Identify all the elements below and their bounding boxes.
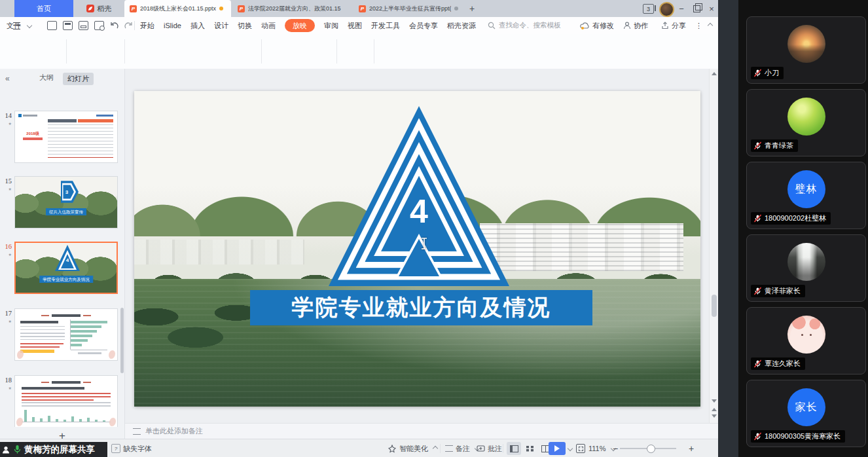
participant-tile[interactable]: 覃连久家长 [746, 307, 866, 375]
doc-tab-label: 2022上半年毕业生征兵宣传ppt(1) [369, 5, 451, 13]
missing-font-icon: ? [111, 444, 120, 453]
tab-home[interactable]: 首页 [14, 0, 73, 17]
tab-outline[interactable]: 大纲 [39, 73, 54, 82]
share-icon [661, 22, 669, 29]
mic-muted-icon [753, 287, 762, 295]
section-title-banner[interactable]: 学院专业就业方向及情况 [250, 290, 592, 325]
normal-view-button[interactable] [507, 442, 521, 455]
smart-beautify-button[interactable]: 智能美化 [388, 439, 437, 457]
panel-scrollbar-thumb[interactable] [120, 308, 124, 373]
zoom-level[interactable]: 111% [588, 439, 615, 457]
modified-label: 有修改 [592, 21, 614, 31]
zoom-out-button[interactable]: − [613, 439, 618, 457]
slide-sorter-view-button[interactable] [522, 442, 537, 455]
play-icon [554, 445, 560, 452]
sync-status[interactable]: 有修改 [580, 17, 614, 34]
missing-font-indicator[interactable]: ? 缺失字体 [111, 439, 152, 457]
divider [134, 21, 135, 30]
next-slide-icon[interactable] [712, 414, 717, 418]
section-title: 学院专业就业方向及情况 [292, 293, 551, 323]
screen-share-banner[interactable]: 黄梅芳的屏幕共享 [0, 442, 107, 457]
section-triangle-graphic[interactable]: 4 [329, 106, 509, 286]
tab-design[interactable]: 设计 [214, 21, 228, 31]
doc-tab-active[interactable]: P 2018级线上家长会01.15.pptx [124, 0, 231, 17]
current-slide[interactable]: 4 学院专业就业方向及情况 [134, 91, 700, 407]
participant-name-chip: 小刀 [751, 67, 784, 79]
canvas-scrollbar[interactable] [709, 69, 719, 423]
tab-devtools[interactable]: 开发工具 [371, 21, 400, 31]
comment-toggle[interactable]: 批注 [477, 439, 502, 457]
tab-islide[interactable]: iSlide [164, 22, 181, 29]
scroll-down-icon[interactable] [712, 399, 717, 403]
tab-transitions[interactable]: 切换 [238, 21, 252, 31]
tab-docer[interactable]: 稻壳 [75, 0, 123, 17]
inactive-dot [454, 7, 458, 10]
window-switch-badge[interactable]: 3 [643, 4, 654, 14]
fit-window-button[interactable] [576, 439, 585, 457]
share-button[interactable]: 分享 [661, 17, 686, 34]
collaborate-button[interactable]: 协作 [623, 17, 648, 34]
animation-star-icon: ★ [0, 187, 12, 191]
play-slideshow-button[interactable] [549, 442, 566, 455]
print-preview-icon[interactable] [94, 21, 104, 30]
tab-animation[interactable]: 动画 [261, 21, 276, 31]
close-button[interactable]: × [704, 0, 719, 17]
participant-name-chip: 1800900202杜璧林 [751, 212, 831, 225]
restore-button[interactable] [689, 0, 704, 17]
text-cursor-ibeam [420, 238, 428, 249]
previous-slide-icon[interactable] [712, 408, 717, 411]
avatar-initials: 家长 [787, 388, 825, 426]
doc-tab-2[interactable]: P 法学院2022届就业方向、政策01.15 [232, 0, 352, 17]
undo-icon[interactable] [110, 22, 118, 29]
tab-member[interactable]: 会员专享 [409, 21, 438, 31]
participant-tile[interactable]: 小刀 [746, 16, 866, 84]
tab-start[interactable]: 开始 [140, 21, 154, 31]
hamburger-icon [13, 22, 20, 29]
slide-thumbnail-16-selected[interactable]: 4 学院专业就业方向及情况 [14, 242, 118, 294]
divider [336, 39, 337, 64]
minimize-button[interactable]: − [674, 0, 689, 17]
avatar-initials: 璧林 [787, 170, 825, 208]
doc-tab-3[interactable]: P 2022上半年毕业生征兵宣传ppt(1) [353, 0, 463, 17]
tab-review[interactable]: 审阅 [324, 21, 338, 31]
export-icon[interactable] [63, 21, 73, 30]
participant-tile[interactable]: 青青绿茶 [746, 89, 866, 156]
notes-icon [133, 428, 141, 435]
tab-view[interactable]: 视图 [348, 21, 362, 31]
play-options-dropdown[interactable] [568, 439, 572, 457]
tab-docer-label: 稻壳 [98, 4, 112, 14]
new-tab-button[interactable]: + [466, 3, 478, 14]
save-icon[interactable] [47, 21, 57, 30]
slide-thumbnail-15[interactable]: 3 征兵入伍政策宣传 [14, 176, 118, 228]
participant-tile[interactable]: 黄泽菲家长 [746, 234, 866, 302]
slide-thumbnail-17[interactable] [14, 308, 118, 361]
slide-thumbnail-18[interactable] [14, 375, 118, 427]
scroll-up-icon[interactable] [712, 72, 717, 75]
collapse-panel-button[interactable]: « [5, 74, 10, 83]
notes-toggle[interactable]: 备注 [445, 439, 479, 457]
scrollbar-thumb[interactable] [712, 295, 717, 317]
zoom-slider-knob[interactable] [647, 445, 655, 453]
command-search[interactable]: 查找命令、搜索模板 [488, 17, 561, 34]
print-icon[interactable] [79, 21, 88, 30]
tab-insert[interactable]: 插入 [190, 21, 205, 31]
tab-slideshow-active[interactable]: 放映 [285, 19, 315, 32]
participant-tile[interactable]: 璧林 1800900202杜璧林 [746, 162, 866, 229]
slide-thumbnail-14[interactable]: 2018级 [14, 111, 118, 163]
file-menu[interactable]: 文件 [7, 17, 31, 34]
zoom-in-button[interactable]: + [689, 439, 694, 457]
tab-docer-resources[interactable]: 稻壳资源 [447, 21, 476, 31]
animation-star-icon: ★ [0, 319, 12, 323]
account-avatar[interactable] [659, 2, 674, 17]
redo-icon[interactable] [124, 22, 133, 29]
mic-on-icon [13, 445, 22, 454]
participant-tile[interactable]: 家长 1800900305黄海寒家长 [746, 380, 866, 447]
notes-bar[interactable]: 单击此处添加备注 [125, 423, 718, 439]
tab-slides[interactable]: 幻灯片 [63, 73, 94, 85]
slide-number: 15 [0, 177, 12, 185]
comment-icon [477, 445, 485, 452]
share-label: 分享 [672, 21, 686, 31]
collapse-ribbon-icon[interactable] [706, 17, 712, 34]
more-menu-icon[interactable]: ⋮ [695, 17, 702, 34]
mic-muted-icon [753, 69, 762, 77]
